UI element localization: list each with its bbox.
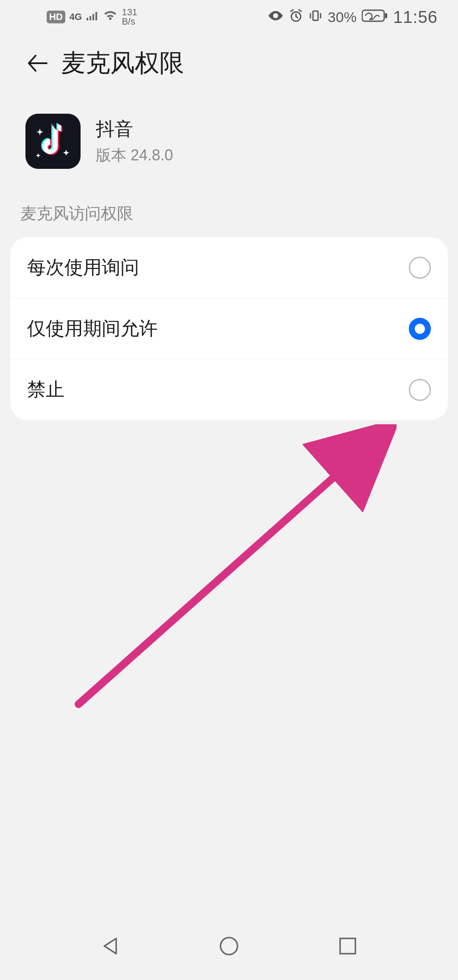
triangle-back-icon — [99, 935, 121, 957]
status-bar: HD 4G 131 B/s 30% 11:56 — [0, 0, 458, 34]
battery-percent: 30% — [328, 9, 357, 25]
svg-line-4 — [78, 433, 384, 704]
network-speed: 131 B/s — [122, 8, 137, 26]
option-ask-every-time[interactable]: 每次使用询问 — [10, 237, 448, 298]
option-allow-while-using[interactable]: 仅使用期间允许 — [10, 298, 448, 359]
option-label: 禁止 — [27, 377, 64, 402]
vibrate-icon — [308, 8, 323, 26]
nav-recent-button[interactable] — [331, 929, 365, 963]
svg-rect-3 — [385, 13, 387, 18]
radio-unselected-icon — [409, 379, 431, 401]
annotation-arrow-icon — [70, 424, 397, 713]
svg-rect-6 — [340, 938, 355, 954]
option-label: 仅使用期间允许 — [27, 316, 158, 341]
section-label: 麦克风访问权限 — [0, 194, 458, 237]
page-title: 麦克风权限 — [61, 47, 184, 80]
back-button[interactable] — [25, 51, 49, 75]
svg-point-5 — [221, 938, 237, 955]
option-deny[interactable]: 禁止 — [10, 359, 448, 420]
arrow-left-icon — [25, 51, 49, 75]
nav-back-button[interactable] — [93, 929, 127, 963]
permission-options-card: 每次使用询问 仅使用期间允许 禁止 — [10, 237, 448, 420]
app-version: 版本 24.8.0 — [96, 145, 173, 166]
hd-badge: HD — [47, 11, 65, 23]
option-label: 每次使用询问 — [27, 255, 139, 280]
alarm-icon — [289, 8, 303, 26]
system-nav-bar — [0, 912, 458, 980]
app-name: 抖音 — [96, 117, 173, 142]
page-header: 麦克风权限 — [0, 34, 458, 92]
signal-icon — [86, 10, 99, 24]
network-type: 4G — [70, 11, 82, 22]
circle-home-icon — [218, 935, 240, 957]
nav-home-button[interactable] — [212, 929, 246, 963]
clock-time: 11:56 — [393, 8, 438, 27]
status-right: 30% 11:56 — [268, 8, 438, 27]
app-icon — [25, 114, 81, 169]
douyin-logo-icon — [34, 120, 72, 162]
app-info-row: 抖音 版本 24.8.0 — [0, 92, 458, 194]
radio-selected-icon — [409, 318, 431, 340]
battery-icon — [362, 9, 388, 25]
wifi-icon — [103, 10, 117, 24]
svg-rect-1 — [313, 11, 318, 20]
status-left: HD 4G 131 B/s — [47, 8, 137, 26]
eye-icon — [268, 10, 284, 24]
square-recent-icon — [338, 936, 358, 956]
radio-unselected-icon — [409, 257, 431, 279]
